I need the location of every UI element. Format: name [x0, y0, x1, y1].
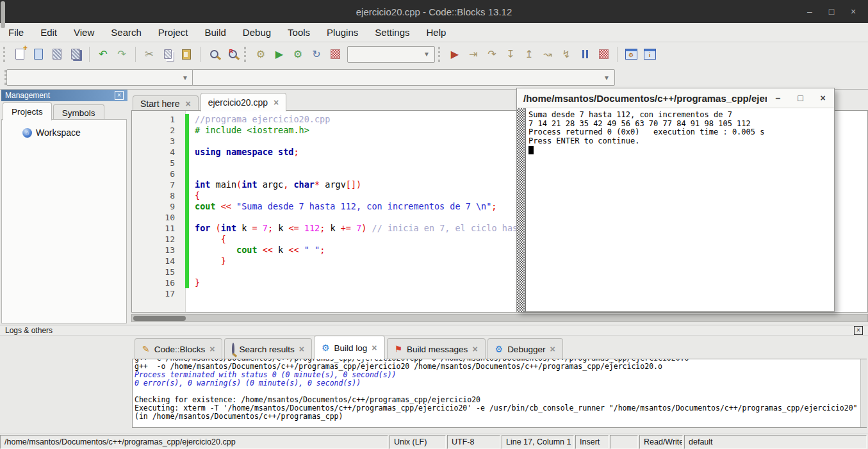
menu-plugins[interactable]: Plugins [318, 23, 366, 42]
menu-view[interactable]: View [65, 23, 102, 42]
toolbar-separator [617, 47, 618, 62]
build-and-run-button[interactable]: ⚙ [290, 46, 306, 63]
close-tab-icon[interactable]: × [185, 99, 190, 109]
cut-button[interactable]: ✂ [141, 46, 158, 63]
menu-build[interactable]: Build [197, 23, 234, 42]
project-tree[interactable]: ⌂Workspace [1, 119, 127, 323]
toolbar-grip[interactable] [438, 47, 442, 62]
toolbar-grip[interactable] [244, 47, 248, 62]
next-line-button[interactable]: ↷ [484, 46, 500, 63]
menu-edit[interactable]: Edit [32, 23, 65, 42]
log-tab-search-results[interactable]: Search results× [224, 338, 311, 359]
scope-combo[interactable]: ▼ [6, 69, 193, 86]
menu-settings[interactable]: Settings [366, 23, 418, 42]
new-file-button[interactable] [12, 46, 28, 63]
log-tab-build-log[interactable]: ⚙Build log× [314, 336, 385, 359]
find-icon [210, 50, 218, 58]
save-file-button[interactable] [49, 46, 65, 63]
management-tab-symbols[interactable]: Symbols [53, 104, 104, 120]
log-tab-label: Code::Blocks [154, 345, 206, 354]
logs-pane-header[interactable]: Logs & others × [0, 325, 868, 336]
copy-button[interactable] [160, 46, 176, 63]
close-icon[interactable]: × [812, 93, 834, 103]
editor-tab-label: ejercicio20.cpp [208, 97, 268, 108]
menu-search[interactable]: Search [102, 23, 150, 42]
editor-tab-start-here[interactable]: Start here× [133, 95, 199, 111]
log-tab-code-blocks[interactable]: ✎Code::Blocks× [135, 338, 222, 359]
scrollbar-thumb[interactable] [133, 316, 186, 321]
line-number: 15 [132, 266, 185, 277]
debug-continue-icon: ▶ [451, 49, 459, 60]
code-text: //programa ejercicio20.cpp [195, 114, 330, 125]
log-vertical-scrollbar[interactable] [860, 359, 867, 427]
various-info-button[interactable]: i [641, 46, 658, 63]
minimize-icon[interactable]: – [767, 93, 789, 103]
replace-button[interactable] [224, 46, 241, 63]
break-debugger-button[interactable] [577, 46, 593, 63]
step-into-button[interactable]: ↧ [502, 46, 519, 63]
terminal-scrollbar[interactable] [517, 108, 526, 312]
run-to-cursor-button[interactable]: ⇥ [465, 46, 482, 63]
open-file-button[interactable] [30, 46, 47, 63]
close-tab-icon[interactable]: × [372, 343, 377, 353]
log-tab-label: Build log [334, 343, 368, 353]
terminal-output[interactable]: Suma desde 7 hasta 112, con incrementos … [517, 108, 834, 312]
debug-continue-button[interactable]: ▶ [446, 46, 463, 63]
function-combo[interactable]: ▼ [192, 69, 615, 86]
editor-tab-ejercicio20-cpp[interactable]: ejercicio20.cpp× [201, 93, 287, 111]
close-tab-icon[interactable]: × [472, 344, 477, 354]
window-title: ejercicio20.cpp - Code::Blocks 13.12 [0, 6, 868, 17]
terminal-title-bar[interactable]: /home/msantos/Documentos/c++/programas_c… [517, 88, 834, 108]
step-out-button[interactable]: ↥ [521, 46, 537, 63]
step-into-instruction-button[interactable]: ↯ [558, 46, 575, 63]
build-log-content[interactable]: g++ -c /home/msantos/Documentos/c++/prog… [132, 359, 867, 428]
code-text: for (int k = 7; k <= 112; k += 7) // ini… [195, 223, 523, 234]
editor-horizontal-scrollbar[interactable] [131, 314, 868, 322]
code-text: int main(int argc, char* argv[]) [195, 179, 361, 190]
menu-project[interactable]: Project [150, 23, 197, 42]
save-all-files-button[interactable] [67, 46, 84, 63]
close-tab-icon[interactable]: × [299, 344, 304, 354]
close-pane-icon[interactable]: × [854, 326, 863, 335]
stop-debugger-button[interactable] [595, 46, 612, 63]
menu-tools[interactable]: Tools [279, 23, 318, 42]
line-number: 4 [132, 147, 185, 158]
next-instruction-button[interactable]: ↝ [539, 46, 556, 63]
toolbar-grip[interactable] [3, 47, 7, 62]
scrollbar-thumb[interactable] [1, 1, 5, 28]
step-into-instruction-icon: ↯ [562, 49, 570, 60]
run-button[interactable]: ▶ [271, 46, 288, 63]
tree-item-workspace[interactable]: ⌂Workspace [2, 120, 126, 138]
menu-help[interactable]: Help [418, 23, 455, 42]
close-tab-icon[interactable]: × [274, 97, 279, 108]
log-tab-debugger[interactable]: ⚙Debugger× [487, 338, 563, 359]
toolbar-separator [200, 47, 201, 62]
build-button[interactable]: ⚙ [252, 46, 269, 63]
code-text: } [195, 277, 200, 288]
management-pane-header[interactable]: Management × [1, 90, 127, 101]
debugging-windows-button[interactable]: ⚙ [623, 46, 639, 63]
menu-debug[interactable]: Debug [234, 23, 279, 42]
abort-build-button[interactable] [327, 46, 343, 63]
redo-button[interactable]: ↷ [113, 46, 130, 63]
code-text: # include <iostream.h> [195, 125, 309, 136]
build-target-combo[interactable]: ▼ [347, 46, 435, 63]
window-controls: – □ × [800, 0, 863, 23]
management-tab-projects[interactable]: Projects [3, 102, 52, 120]
rebuild-button[interactable]: ↻ [308, 46, 325, 63]
step-into-icon: ↧ [506, 49, 514, 60]
close-icon[interactable]: × [844, 3, 863, 20]
minimize-icon[interactable]: – [800, 3, 819, 20]
line-number: 10 [132, 212, 185, 223]
maximize-icon[interactable]: □ [789, 93, 812, 103]
find-button[interactable] [206, 46, 222, 63]
close-tab-icon[interactable]: × [209, 344, 215, 354]
maximize-icon[interactable]: □ [822, 3, 841, 20]
close-tab-icon[interactable]: × [550, 344, 555, 354]
paste-button[interactable] [178, 46, 195, 63]
save-file-icon [53, 49, 61, 60]
line-number: 2 [132, 125, 185, 136]
log-tab-build-messages[interactable]: ⚑Build messages× [387, 338, 486, 359]
close-pane-icon[interactable]: × [115, 91, 124, 100]
undo-button[interactable]: ↶ [95, 46, 111, 63]
